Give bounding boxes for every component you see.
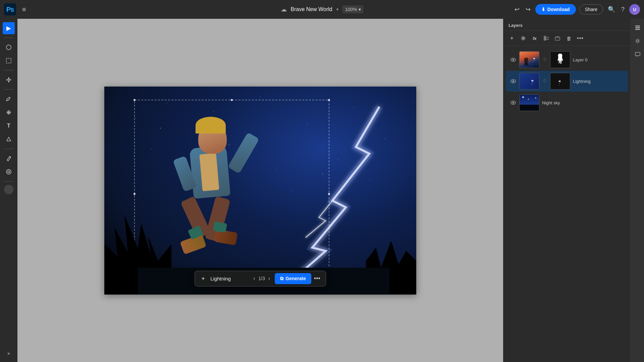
right-panel: Layers + fx 🗑 ••• [503, 19, 644, 362]
help-icon[interactable]: ? [620, 5, 626, 14]
generate-toolbar: ✦ ‹ 1/3 › ⧉ Generate ••• [195, 271, 326, 287]
lasso-tool-button[interactable] [3, 41, 15, 53]
svg-rect-17 [544, 36, 546, 41]
toolbar-separator-5 [4, 181, 13, 182]
layer-row-lightning[interactable]: Lightning [506, 71, 628, 92]
generate-btn-icon: ⧉ [280, 276, 283, 281]
hamburger-menu-icon[interactable]: ≡ [19, 4, 29, 15]
nightsky-layer-thumbnail [519, 94, 539, 111]
cloud-icon: ☁ [281, 6, 287, 13]
layer-row-nightsky[interactable]: Night sky [506, 92, 628, 113]
right-side-icons [631, 19, 644, 362]
pen-tool-button[interactable] [3, 152, 15, 164]
svg-point-5 [8, 171, 10, 173]
select-tool-button[interactable]: ▶ [3, 22, 15, 34]
svg-rect-1 [6, 58, 11, 63]
lightning-layer-mask-thumbnail [550, 73, 570, 90]
layers-list: Layer 0 [503, 46, 631, 362]
gen-next-button[interactable]: › [267, 275, 271, 282]
svg-point-0 [6, 45, 11, 50]
right-panel-comment-icon[interactable] [632, 49, 643, 60]
layers-panel: Layers + fx 🗑 ••• [503, 19, 631, 362]
delete-layer-button[interactable]: 🗑 [564, 34, 574, 43]
right-panel-adjust-icon[interactable] [632, 36, 643, 46]
layers-toolbar: + fx 🗑 ••• [503, 31, 631, 46]
layer-0-mask-thumbnail [550, 51, 570, 68]
svg-point-32 [637, 40, 639, 42]
canvas: ✦ ‹ 1/3 › ⧉ Generate ••• [104, 87, 416, 295]
lightning-layer-visibility-icon[interactable] [510, 78, 517, 85]
toolbar-separator-2 [4, 70, 13, 70]
adjustment-button[interactable] [541, 34, 551, 43]
generate-button[interactable]: ⧉ Generate [275, 273, 311, 284]
svg-rect-30 [635, 27, 640, 28]
svg-rect-29 [635, 25, 640, 27]
eyedropper-tool-button[interactable] [3, 166, 15, 178]
generate-input[interactable] [208, 274, 249, 283]
lightning-layer-name: Lightning [573, 79, 624, 84]
gen-page-indicator: 1/3 [258, 276, 265, 281]
gen-more-button[interactable]: ••• [311, 274, 323, 283]
ps-logo: Ps [4, 3, 16, 15]
foreground-color-btn[interactable] [4, 185, 13, 194]
layer-0-link-icon [542, 57, 547, 62]
brush-tool-button[interactable] [3, 93, 15, 105]
layer-row-0[interactable]: Layer 0 [506, 49, 628, 70]
lightning-layer-thumbnail [519, 73, 539, 90]
gen-prev-button[interactable]: ‹ [252, 275, 256, 282]
toolbar-separator [4, 38, 13, 38]
zoom-selector[interactable]: 100% ▾ [342, 5, 364, 13]
fx-button[interactable]: fx [530, 34, 539, 43]
svg-point-26 [544, 80, 546, 82]
download-icon: ⬇ [541, 7, 545, 12]
right-panel-layers-icon[interactable] [632, 22, 643, 33]
lightning-layer-link-icon [542, 79, 547, 84]
layers-more-button[interactable]: ••• [576, 34, 585, 43]
svg-point-4 [6, 169, 11, 174]
gen-navigation: ‹ 1/3 › [249, 275, 275, 282]
canvas-area[interactable]: ✦ ‹ 1/3 › ⧉ Generate ••• [17, 19, 503, 362]
layers-panel-title: Layers [503, 19, 631, 31]
download-button[interactable]: ⬇ Download [535, 4, 576, 15]
svg-point-22 [513, 59, 514, 61]
left-toolbar: ▶ T » [0, 19, 17, 362]
toolbar-expand[interactable]: » [5, 348, 13, 359]
svg-rect-31 [635, 29, 640, 30]
gen-sparkle-icon: ✦ [198, 273, 208, 284]
svg-point-25 [513, 81, 514, 82]
topbar: Ps ≡ ☁ Brave New World ▾ 100% ▾ ↩ ↪ ⬇ Do… [0, 0, 644, 19]
main-area: ▶ T » [0, 19, 644, 362]
text-tool-button[interactable]: T [3, 120, 15, 132]
layer-0-name: Layer 0 [573, 57, 624, 62]
mask-button[interactable] [519, 34, 528, 43]
toolbar-separator-4 [4, 149, 13, 149]
redo-icon[interactable]: ↪ [524, 4, 532, 14]
svg-rect-33 [635, 52, 640, 56]
share-button[interactable]: Share [579, 4, 603, 14]
toolbar-separator-3 [4, 89, 13, 90]
layer-0-thumbnail [519, 51, 539, 68]
topbar-center: ☁ Brave New World ▾ 100% ▾ [281, 5, 364, 13]
doc-title-chevron-icon[interactable]: ▾ [336, 7, 338, 12]
svg-point-23 [544, 58, 546, 60]
svg-rect-19 [555, 37, 560, 40]
svg-rect-20 [556, 36, 559, 37]
shape-tool-button[interactable] [3, 133, 15, 145]
move-tool-button[interactable] [3, 74, 15, 86]
svg-point-3 [10, 156, 11, 157]
svg-rect-18 [546, 37, 548, 40]
search-icon[interactable]: 🔍 [606, 4, 616, 14]
user-avatar[interactable]: U [629, 4, 640, 15]
nightsky-layer-visibility-icon[interactable] [510, 99, 517, 106]
topbar-right: ↩ ↪ ⬇ Download Share 🔍 ? U [513, 4, 640, 15]
add-layer-button[interactable]: + [507, 34, 517, 43]
document-title: Brave New World [291, 6, 332, 12]
marquee-tool-button[interactable] [3, 55, 15, 67]
nightsky-layer-name: Night sky [542, 100, 624, 105]
layer-0-visibility-icon[interactable] [510, 56, 517, 63]
heal-tool-button[interactable] [3, 106, 15, 118]
undo-icon[interactable]: ↩ [513, 4, 521, 14]
svg-point-28 [513, 102, 514, 104]
group-button[interactable] [553, 34, 562, 43]
svg-point-16 [522, 37, 525, 40]
